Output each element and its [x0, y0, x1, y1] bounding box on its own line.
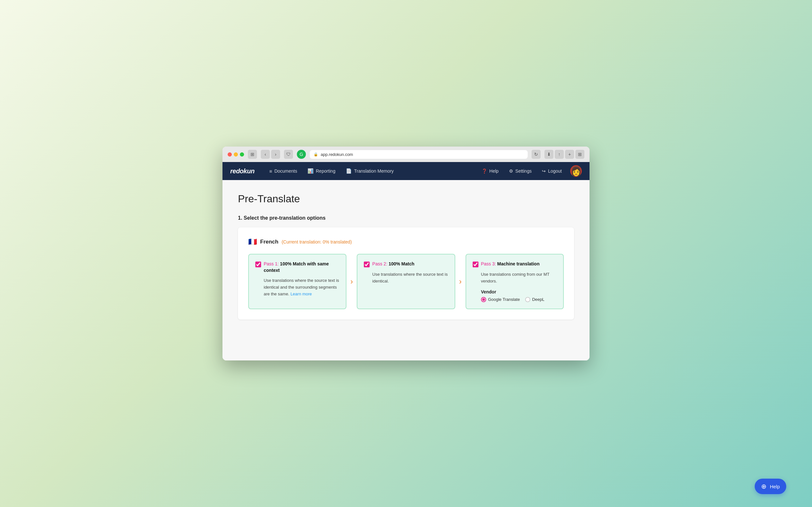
sidebar-toggle[interactable]: ⊞	[248, 150, 257, 159]
options-container: 🇫🇷 French (Current translation: 0% trans…	[238, 227, 574, 320]
documents-icon: ≡	[269, 168, 272, 174]
language-name: French	[260, 239, 278, 245]
share-button[interactable]: ↑	[555, 150, 564, 159]
logout-icon: ↪	[542, 168, 546, 174]
vendor-section: Vendor Google Translate DeepL	[481, 289, 557, 302]
vendor-google[interactable]: Google Translate	[481, 297, 520, 302]
settings-icon: ⚙	[509, 168, 513, 174]
help-float-icon: ⊕	[761, 483, 767, 490]
close-button[interactable]	[228, 152, 232, 157]
nav-buttons: ‹ ›	[261, 150, 280, 159]
arrow-1: ›	[347, 254, 357, 309]
nav-help-label: Help	[489, 168, 499, 174]
pass3-header: Pass 3: Machine translation	[473, 261, 557, 267]
pass1-checkbox[interactable]	[255, 262, 261, 267]
nav-right: ❓ Help ⚙ Settings ↪ Logout 👩	[477, 165, 582, 177]
section-label: 1. Select the pre-translation options	[238, 215, 574, 221]
nav-item-settings[interactable]: ⚙ Settings	[504, 166, 537, 176]
language-header: 🇫🇷 French (Current translation: 0% trans…	[248, 238, 564, 246]
help-float-label: Help	[770, 484, 780, 489]
arrow-2: ›	[455, 254, 465, 309]
reporting-icon: 📊	[308, 168, 314, 174]
maximize-button[interactable]	[240, 152, 244, 157]
chevron-right-icon: ›	[350, 277, 353, 286]
google-label: Google Translate	[488, 297, 520, 302]
pass1-title: Pass 1: 100% Match with same context	[264, 261, 339, 274]
french-flag: 🇫🇷	[248, 238, 257, 246]
pass2-checkbox[interactable]	[364, 262, 370, 267]
browser-chrome: ⊞ ‹ › 🛡 G 🔒 app.redokun.com ↻ ⬇ ↑ + ⊞	[223, 147, 589, 162]
pass2-card: Pass 2: 100% Match Use translations wher…	[357, 254, 455, 309]
nav-item-help[interactable]: ❓ Help	[477, 166, 503, 176]
nav-logout-label: Logout	[548, 168, 562, 174]
page-title: Pre-Translate	[238, 193, 574, 205]
translation-memory-icon: 📄	[346, 168, 352, 174]
nav-item-documents-label: Documents	[274, 168, 297, 174]
reload-button[interactable]: ↻	[532, 150, 541, 159]
browser-actions: ⬇ ↑ + ⊞	[545, 150, 584, 159]
pass2-number: Pass 2:	[372, 261, 387, 266]
pass2-title: Pass 2: 100% Match	[372, 261, 414, 267]
chevron-right-icon-2: ›	[459, 277, 462, 286]
back-button[interactable]: ‹	[261, 150, 270, 159]
forward-button[interactable]: ›	[271, 150, 280, 159]
vendor-options: Google Translate DeepL	[481, 297, 557, 302]
pass1-number: Pass 1:	[264, 261, 279, 266]
pass3-title-bold: Machine translation	[497, 261, 539, 266]
grammarly-icon[interactable]: G	[297, 150, 306, 159]
lock-icon: 🔒	[314, 152, 318, 157]
browser-window: ⊞ ‹ › 🛡 G 🔒 app.redokun.com ↻ ⬇ ↑ + ⊞ re…	[223, 147, 589, 360]
pass2-header: Pass 2: 100% Match	[364, 261, 448, 267]
help-float-button[interactable]: ⊕ Help	[755, 478, 786, 494]
deepl-label: DeepL	[532, 297, 545, 302]
translation-status: (Current translation: 0% translated)	[282, 239, 352, 244]
shield-icon[interactable]: 🛡	[284, 150, 293, 159]
nav-item-logout[interactable]: ↪ Logout	[537, 166, 566, 176]
pass2-description: Use translations where the source text i…	[372, 271, 448, 285]
app-navbar: redokun ≡ Documents 📊 Reporting 📄 Transl…	[223, 162, 589, 180]
nav-item-reporting[interactable]: 📊 Reporting	[303, 166, 340, 176]
pass2-title-bold: 100% Match	[389, 261, 414, 266]
help-icon: ❓	[482, 168, 487, 174]
nav-settings-label: Settings	[515, 168, 532, 174]
google-radio[interactable]	[481, 297, 486, 302]
url-bar[interactable]: 🔒 app.redokun.com	[310, 150, 528, 159]
nav-item-translation-memory[interactable]: 📄 Translation Memory	[341, 166, 398, 176]
browser-content: Pre-Translate 1. Select the pre-translat…	[223, 180, 589, 360]
pass3-card: Pass 3: Machine translation Use translat…	[465, 254, 564, 309]
nav-item-documents[interactable]: ≡ Documents	[265, 166, 302, 176]
download-button[interactable]: ⬇	[545, 150, 554, 159]
vendor-deepl[interactable]: DeepL	[525, 297, 545, 302]
pass3-description: Use translations coming from our MT vend…	[481, 271, 557, 285]
traffic-lights	[228, 152, 244, 157]
deepl-radio[interactable]	[525, 297, 530, 302]
grid-view-button[interactable]: ⊞	[575, 150, 584, 159]
pass1-learn-more[interactable]: Learn more	[291, 291, 312, 296]
avatar-image: 👩	[570, 166, 582, 176]
pass1-header: Pass 1: 100% Match with same context	[255, 261, 339, 274]
pass1-card: Pass 1: 100% Match with same context Use…	[248, 254, 347, 309]
app-logo[interactable]: redokun	[230, 168, 254, 175]
nav-items: ≡ Documents 📊 Reporting 📄 Translation Me…	[265, 166, 474, 176]
url-text: app.redokun.com	[321, 152, 353, 157]
pass3-title: Pass 3: Machine translation	[481, 261, 540, 267]
new-tab-button[interactable]: +	[565, 150, 574, 159]
nav-item-reporting-label: Reporting	[316, 168, 335, 174]
pass1-description: Use translations where the source text i…	[264, 277, 339, 297]
vendor-label: Vendor	[481, 289, 557, 294]
minimize-button[interactable]	[234, 152, 238, 157]
pass3-checkbox[interactable]	[473, 262, 479, 267]
avatar[interactable]: 👩	[570, 165, 582, 177]
nav-item-translation-memory-label: Translation Memory	[354, 168, 394, 174]
passes-grid: Pass 1: 100% Match with same context Use…	[248, 254, 564, 309]
page-content: Pre-Translate 1. Select the pre-translat…	[223, 180, 589, 360]
pass3-number: Pass 3:	[481, 261, 496, 266]
